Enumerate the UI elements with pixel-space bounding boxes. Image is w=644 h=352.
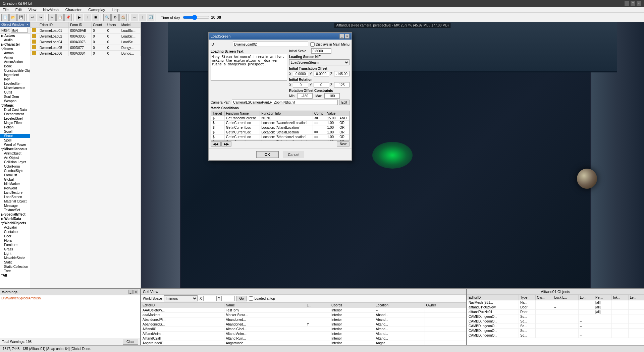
cell-col-coords[interactable]: Coords (330, 303, 374, 308)
col-model[interactable]: Model (120, 22, 140, 28)
id-input[interactable] (233, 42, 308, 47)
objects-table-row[interactable]: CAMBDungeonO... So... – (467, 329, 644, 333)
tree-item-specialeffect[interactable]: ▷SpecialEffect (0, 212, 30, 217)
data-table-row[interactable]: DwemeLoad02 000A3036 0 0 LoadSc... (31, 34, 141, 39)
tree-item-ammo[interactable]: Ammo (0, 51, 30, 55)
tree-item-wordofpower[interactable]: Word of Power (0, 142, 30, 147)
tree-item-armor[interactable]: Armor (0, 55, 30, 60)
match-col-op[interactable] (338, 111, 349, 116)
tree-item-materialobject[interactable]: Material Object (0, 199, 30, 203)
tree-item-movablestatic[interactable]: MovableStatic (0, 256, 30, 260)
match-table-row[interactable]: $ GetInCurrentLoc Location: 'AvanchnzelL… (211, 121, 349, 125)
tb-btn-6[interactable]: 🏠 (119, 14, 127, 21)
tree-item-worldobjects[interactable]: ▽WorldObjects (0, 221, 30, 225)
loading-screen-text-input[interactable]: Many Steam Animunculi remain active, mak… (211, 54, 287, 81)
modal-title-bar[interactable]: LoadScreen _ × (209, 33, 352, 40)
new-match-button[interactable]: New (337, 141, 350, 146)
max-input[interactable] (324, 93, 340, 99)
tree-item-outfit[interactable]: Outfit (0, 90, 30, 95)
obj-col-ink[interactable]: Ink... (611, 295, 628, 300)
tree-item-ingredient[interactable]: Ingredient (0, 73, 30, 77)
cell-col-owner[interactable]: Owner (425, 303, 466, 308)
tree-item-leveleditem[interactable]: LeveledItem (0, 81, 30, 86)
ty-input[interactable] (314, 71, 329, 76)
tb-btn-4[interactable]: 🔍 (103, 14, 111, 21)
data-table-row[interactable]: DwemeLoad01 000A39AB 0 0 LoadSc... (31, 28, 141, 34)
camera-path-input[interactable] (232, 100, 338, 105)
tree-item-spell[interactable]: Spell (0, 138, 30, 142)
tree-item-global[interactable]: Global (0, 177, 30, 182)
tree-item-message[interactable]: Message (0, 203, 30, 208)
cell-table-row[interactable]: AbandonedS... Abandoned... Y Interior Al… (141, 322, 466, 327)
tree-item-leveledspell[interactable]: LeveledSpell (0, 116, 30, 121)
tree-item-light[interactable]: Light (0, 251, 30, 256)
menu-character[interactable]: Character (64, 8, 83, 12)
modal-minimize[interactable]: _ (339, 34, 344, 39)
tx-input[interactable] (293, 71, 308, 76)
menu-view[interactable]: View (27, 8, 38, 12)
match-table-row[interactable]: $ GetInCurrentLoc Location: 'BthaldLocat… (211, 130, 349, 135)
tree-item-magiceffect[interactable]: Magic Effect (0, 121, 30, 125)
menu-help[interactable]: Help (110, 8, 121, 12)
tree-item-scroll[interactable]: Scroll (0, 129, 30, 134)
data-table-row[interactable]: DwemeLoad05 000D077 0 0 Dungy... (31, 45, 141, 51)
tree-item-colorform[interactable]: ColorForm (0, 164, 30, 169)
cell-table-container[interactable]: EditorID Name L... Coords Location Owner… (141, 302, 466, 345)
modal-close[interactable]: × (345, 34, 350, 39)
nif-dropdown[interactable]: LoadScreenSteam (289, 59, 350, 65)
viewport[interactable]: Alftand01 [Free camera, perspective] - M… (141, 22, 644, 288)
tree-item-idlemarker[interactable]: IdleMarker (0, 182, 30, 186)
tree-item-weapon[interactable]: Weapon (0, 99, 30, 103)
obj-col-lock[interactable]: Lock L... (553, 295, 578, 300)
tz-input[interactable] (334, 71, 350, 76)
tree-item-artobject[interactable]: Art Object (0, 156, 30, 160)
cell-col-name[interactable]: Name (224, 303, 305, 308)
tree-item-animobject[interactable]: AnimObject (0, 151, 30, 156)
tree-item-potion[interactable]: Potion (0, 125, 30, 129)
tod-slider[interactable] (183, 14, 210, 20)
initial-scale-input[interactable] (311, 48, 331, 54)
tree-item-collisionlayer[interactable]: Collision Layer (0, 160, 30, 164)
tree-item-soulgem[interactable]: Soul Gem (0, 95, 30, 99)
edit-button[interactable]: Edit (339, 100, 350, 105)
tree-item-loadscreen[interactable]: LoadScreen (0, 195, 30, 199)
tree-item-tree[interactable]: Tree (0, 269, 30, 273)
tree-item-character[interactable]: ▷Character (0, 42, 30, 47)
cell-table-row[interactable]: aaaMarkers Marker Stora... Interior Aban… (141, 313, 466, 317)
copy-button[interactable]: 📋 (56, 14, 64, 21)
go-button[interactable]: Go (236, 296, 247, 301)
cell-table-row[interactable]: Angarrunde01 Angarrunde Interior Angar..… (141, 341, 466, 346)
obj-col-per[interactable]: Per... (594, 295, 612, 300)
menu-navmesh[interactable]: NavMesh (42, 8, 60, 12)
minimize-button[interactable]: _ (625, 1, 629, 6)
obj-col-type[interactable]: Type (519, 295, 535, 300)
tb-btn-8[interactable]: ↕ (139, 14, 146, 21)
match-table-row[interactable]: $ GetRandomPercent NONE <= 15.00 AND (211, 116, 349, 121)
match-col-value[interactable]: Value (326, 111, 338, 116)
objects-table-container[interactable]: EditorID Type Ow... Lock L... Lo... Per.… (467, 295, 644, 345)
menu-file[interactable]: File (1, 8, 10, 12)
rz-input[interactable] (334, 82, 350, 87)
cell-col-location[interactable]: Location (374, 303, 425, 308)
tree-item-keyword[interactable]: Keyword (0, 186, 30, 190)
tree-item-staticcollection[interactable]: Static Collection (0, 265, 30, 269)
match-table-row[interactable]: $ GetInCurrentLoc Location: 'AltandLocat… (211, 125, 349, 130)
tree-item-items[interactable]: ▽Items (0, 47, 30, 51)
match-col-comp[interactable]: Comp (313, 111, 326, 116)
tree-item-flora[interactable]: Flora (0, 238, 30, 243)
object-window-close[interactable]: × (26, 23, 29, 26)
tree-item-miscellaneous[interactable]: ▽Miscellaneous (0, 147, 30, 151)
tree-item-misc[interactable]: Miscellaneous (0, 86, 30, 90)
obj-col-lo[interactable]: Lo... (578, 295, 594, 300)
redo-button[interactable]: ↪ (37, 14, 44, 21)
obj-col-ow[interactable]: Ow... (535, 295, 553, 300)
cell-table-row[interactable]: Alftand01 Altand Glaci... Interior Altan… (141, 327, 466, 332)
tree-item-armoraddon[interactable]: ArmorAddon (0, 60, 30, 64)
ok-button[interactable]: OK (256, 151, 279, 158)
tree-item-dualcastdata[interactable]: Dual Cast Data (0, 108, 30, 112)
cell-col-l[interactable]: L... (305, 303, 330, 308)
menu-edit[interactable]: Edit (14, 8, 23, 12)
data-table-row[interactable]: DwemeLoad04 000A3076 0 0 LoadSc... (31, 39, 141, 45)
world-space-select[interactable]: Interiors (164, 295, 198, 301)
tree-item-landtexture[interactable]: LandTexture (0, 190, 30, 195)
